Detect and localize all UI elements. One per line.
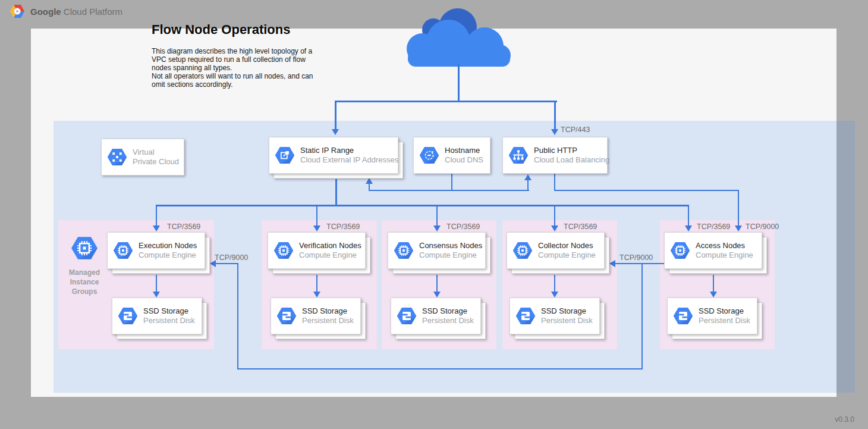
- card-ssd-consensus: SSD Storage Persistent Disk: [391, 298, 481, 334]
- vpc-label-line1: Virtual: [133, 148, 179, 157]
- port-label-tcp3569-access: TCP/3569: [697, 223, 730, 231]
- card-subtitle: Compute Engine: [139, 250, 197, 260]
- card-title: Static IP Range: [300, 146, 398, 155]
- card-title: SSD Storage: [302, 306, 354, 316]
- brand-rest: Cloud Platform: [61, 7, 122, 17]
- connector-loop-up: [237, 263, 238, 368]
- card-title: Collector Nodes: [538, 241, 596, 250]
- description-line: This diagram describes the high level to…: [152, 47, 313, 55]
- connector-http-to-access: [554, 190, 739, 191]
- connector-exec-storage: [156, 275, 157, 292]
- card-access-nodes: Access Nodes Compute Engine: [664, 232, 762, 269]
- card-subtitle: Compute Engine: [419, 250, 482, 260]
- mig-label-line: Managed: [62, 268, 107, 277]
- card-collector-nodes: Collector Nodes Compute Engine: [507, 232, 605, 269]
- persistent-disk-icon: [118, 307, 138, 325]
- connector-cons-storage: [436, 275, 438, 292]
- card-title: Execution Nodes: [139, 241, 197, 250]
- connector-drop-collector: [554, 206, 555, 226]
- connector-drop-access: [688, 205, 689, 226]
- connector-access-storage: [713, 275, 714, 292]
- internet-cloud-icon: [405, 5, 512, 67]
- gcp-brand: Google Cloud Platform: [10, 4, 122, 18]
- card-static-ip-range: Static IP Range Cloud External IP Addres…: [269, 137, 398, 174]
- arrowhead-consensus: [433, 226, 441, 231]
- card-subtitle: Cloud Load Balancing: [534, 155, 609, 165]
- card-subtitle: Persistent Disk: [699, 316, 750, 325]
- card-ssd-access: SSD Storage Persistent Disk: [667, 298, 757, 334]
- description-line: Not all operators will want to run all n…: [152, 72, 313, 80]
- connector-loop-bottom: [237, 368, 643, 369]
- external-ip-icon: [275, 146, 295, 164]
- managed-instance-groups-icon: [71, 236, 98, 260]
- vpc-label-line2: Private Cloud: [133, 157, 179, 167]
- connector-loop-down: [641, 264, 643, 369]
- port-label-tcp9000-access: TCP/9000: [746, 223, 779, 231]
- card-title: SSD Storage: [422, 306, 474, 316]
- card-title: SSD Storage: [699, 306, 750, 316]
- connector-top-rail: [335, 101, 557, 102]
- diagram-page: Google Cloud Platform Flow Node Operatio…: [0, 0, 868, 429]
- persistent-disk-icon: [397, 307, 417, 325]
- version-label: v0.3.0: [807, 415, 854, 424]
- connector-drop-static-ip: [335, 102, 336, 129]
- card-virtual-private-cloud: Virtual Private Cloud: [101, 139, 184, 176]
- connector-drop-verification: [316, 206, 317, 226]
- compute-engine-icon: [512, 242, 533, 259]
- card-ssd-execution: SSD Storage Persistent Disk: [112, 298, 202, 334]
- card-subtitle: Persistent Disk: [143, 316, 195, 325]
- connector-main-rail: [156, 205, 689, 206]
- load-balancer-icon: [508, 146, 529, 164]
- card-subtitle: Compute Engine: [299, 250, 361, 260]
- persistent-disk-icon: [276, 307, 297, 325]
- arrowhead-access-3569: [685, 226, 692, 231]
- port-label-tcp3569-verification: TCP/3569: [326, 223, 360, 231]
- mig-label-line: Groups: [62, 287, 107, 296]
- card-title: SSD Storage: [143, 306, 195, 316]
- connector-loop-to-execution: [215, 263, 237, 264]
- connector-dns-horizontal: [369, 190, 529, 191]
- connector-drop-consensus: [436, 206, 438, 226]
- port-label-tcp443: TCP/443: [561, 126, 590, 134]
- arrowhead-into-static-ip: [332, 129, 339, 135]
- brand-text: Google Cloud Platform: [30, 7, 122, 17]
- connector-verif-storage: [316, 275, 317, 292]
- compute-engine-icon: [670, 242, 690, 259]
- arrowhead-verif-storage: [313, 292, 320, 298]
- compute-engine-icon: [113, 242, 133, 259]
- connector-static-ip-down: [335, 179, 337, 205]
- card-subtitle: Cloud External IP Addresses: [300, 155, 398, 165]
- persistent-disk-icon: [673, 307, 693, 325]
- connector-coll-storage: [554, 275, 555, 292]
- vpc-icon: [107, 148, 127, 166]
- arrowhead-into-collector: [609, 260, 615, 267]
- card-title: Hostname: [445, 146, 483, 155]
- arrowhead-up-static-ip: [366, 178, 373, 184]
- arrowhead-verification: [313, 226, 320, 231]
- connector-cloud-stem: [458, 64, 460, 102]
- card-subtitle: Compute Engine: [538, 250, 596, 260]
- port-label-tcp3569-consensus: TCP/3569: [446, 223, 480, 231]
- connector-hostname-drop: [451, 174, 452, 191]
- arrowhead-access-storage: [710, 292, 717, 298]
- card-consensus-nodes: Consensus Nodes Compute Engine: [388, 232, 486, 269]
- connector-dns-to-static: [369, 183, 370, 191]
- compute-engine-icon: [273, 242, 294, 259]
- connector-drop-public-http: [554, 102, 556, 129]
- card-hostname: Hostname Cloud DNS: [413, 137, 490, 174]
- brand-bold: Google: [30, 7, 61, 17]
- arrowhead-execution: [153, 226, 160, 231]
- arrowhead-cons-storage: [433, 292, 441, 298]
- description-line: omit sections accordingly.: [152, 80, 313, 89]
- connector-dns-to-http: [527, 180, 529, 191]
- arrowhead-collector: [551, 226, 558, 231]
- arrowhead-exec-storage: [153, 292, 160, 298]
- card-title: Verification Nodes: [299, 241, 361, 250]
- card-subtitle: Compute Engine: [696, 250, 753, 260]
- page-description: This diagram describes the high level to…: [152, 47, 313, 89]
- persistent-disk-icon: [515, 307, 536, 325]
- port-label-tcp9000-execution: TCP/9000: [215, 253, 248, 262]
- cloud-dns-icon: [419, 146, 439, 164]
- card-title: SSD Storage: [541, 306, 593, 316]
- card-public-http: Public HTTP Cloud Load Balancing: [502, 137, 608, 174]
